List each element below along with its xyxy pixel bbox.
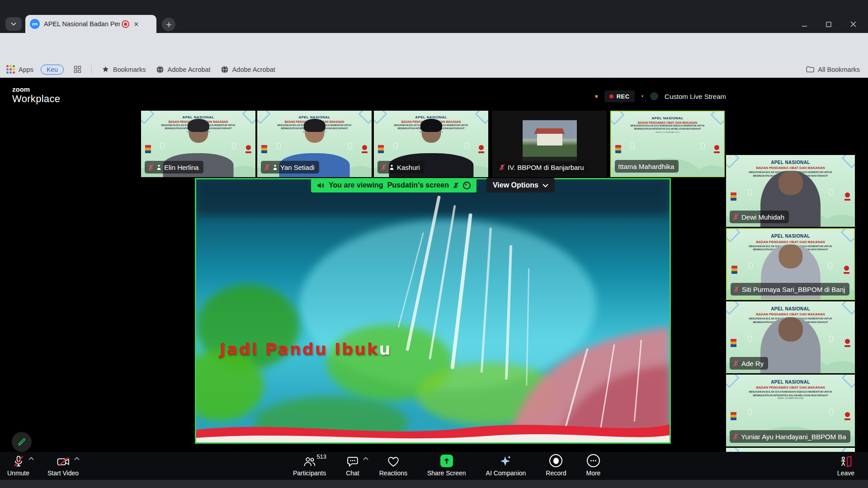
bookmarks-divider bbox=[91, 65, 92, 74]
star-filled-icon bbox=[102, 66, 109, 73]
you-are-viewing-pill: You are viewing Pusdatin's screen bbox=[311, 178, 476, 192]
video-tile-ittama-mahardhika[interactable]: APEL NASIONALBADAN PENGAWAS OBAT DAN MAK… bbox=[610, 111, 725, 177]
share-screen-button[interactable]: Share Screen bbox=[427, 455, 466, 477]
unmute-button[interactable]: Unmute bbox=[7, 455, 29, 477]
chat-options-chevron[interactable] bbox=[363, 457, 368, 460]
globe-icon bbox=[221, 66, 229, 74]
participants-button[interactable]: 513 Participants bbox=[293, 455, 326, 477]
spotlight-icon bbox=[156, 164, 161, 170]
apps-shortcut[interactable]: Apps bbox=[6, 65, 33, 74]
meeting-topbar-right: REC Custom Live Stream bbox=[595, 89, 726, 103]
view-options-button[interactable]: View Options bbox=[486, 178, 555, 192]
muted-mic-icon bbox=[264, 164, 270, 171]
reactions-button[interactable]: Reactions bbox=[379, 455, 407, 477]
video-tile-dewi-muhidah[interactable]: APEL NASIONALBADAN PENGAWAS OBAT DAN MAK… bbox=[726, 155, 855, 227]
window-controls bbox=[792, 15, 865, 33]
video-options-chevron[interactable] bbox=[74, 457, 80, 460]
shared-video-frame bbox=[196, 179, 670, 442]
globe-icon bbox=[156, 66, 164, 74]
muted-mic-icon bbox=[733, 214, 739, 221]
close-icon bbox=[134, 22, 139, 27]
bookmark-label: Adobe Acrobat bbox=[168, 66, 211, 73]
security-warning-icon[interactable] bbox=[595, 91, 598, 102]
muted-mic-icon bbox=[733, 360, 739, 367]
participants-count: 513 bbox=[316, 453, 326, 460]
muted-mic-icon bbox=[381, 164, 387, 171]
screen-share-banner: You are viewing Pusdatin's screen View O… bbox=[311, 178, 555, 192]
grid-view-icon[interactable] bbox=[74, 66, 81, 73]
start-video-label: Start Video bbox=[47, 469, 79, 477]
participant-name-label: Yuniar Ayu Handayani_BBPOM Ba... bbox=[730, 430, 850, 443]
chat-label: Chat bbox=[346, 469, 359, 477]
participant-name-label: Kashuri bbox=[377, 161, 425, 174]
muted-mic-icon bbox=[148, 164, 154, 171]
bookmark-item-acrobat-2[interactable]: Adobe Acrobat bbox=[221, 66, 275, 74]
sharer-muted-mic-icon bbox=[453, 182, 459, 189]
recording-indicator: REC bbox=[604, 90, 635, 102]
bookmark-item-bookmarks[interactable]: Bookmarks bbox=[102, 66, 146, 73]
share-screen-label: Share Screen bbox=[427, 469, 466, 477]
participant-name-label: Ittama Mahardhika bbox=[615, 160, 679, 173]
record-button[interactable]: Record bbox=[546, 455, 566, 477]
meeting-toolbar: Unmute Start Video 513 Participants bbox=[0, 452, 868, 480]
speaker-icon bbox=[317, 182, 325, 189]
chevron-down-icon bbox=[11, 22, 16, 26]
bookmark-item-acrobat-1[interactable]: Adobe Acrobat bbox=[156, 66, 211, 74]
record-label: Record bbox=[546, 469, 566, 477]
live-stream-label: Custom Live Stream bbox=[665, 93, 726, 100]
rec-label: REC bbox=[617, 93, 630, 100]
ai-sparkle-icon[interactable] bbox=[641, 92, 644, 101]
rec-dot-icon bbox=[609, 94, 613, 99]
bookmark-label: Adobe Acrobat bbox=[232, 66, 275, 73]
chevron-down-icon bbox=[542, 183, 548, 188]
ai-companion-button[interactable]: AI Companion bbox=[486, 455, 526, 477]
ai-companion-icon bbox=[500, 455, 512, 467]
muted-mic-icon bbox=[13, 455, 24, 467]
share-recording-icon bbox=[463, 182, 471, 189]
participant-name-label: Elin Herlina bbox=[145, 161, 203, 174]
participant-name-label: IV. BBPOM di Banjarbaru bbox=[496, 161, 589, 174]
video-tile-bbpom-banjarbaru[interactable]: IV. BBPOM di Banjarbaru bbox=[492, 111, 607, 177]
browser-tab[interactable]: zm APEL Nasional Badan Penga bbox=[25, 15, 156, 33]
shared-screen-name: Pusdatin's screen bbox=[387, 181, 449, 189]
participants-icon bbox=[303, 456, 316, 467]
chat-icon bbox=[347, 456, 359, 467]
all-bookmarks-label: All Bookmarks bbox=[818, 66, 860, 73]
tab-search-button[interactable] bbox=[5, 17, 22, 31]
video-tile-yan-setiadi[interactable]: APEL NASIONALBADAN PENGAWAS OBAT DAN MAK… bbox=[257, 111, 372, 177]
annotate-button[interactable] bbox=[12, 432, 32, 452]
tab-recording-icon bbox=[122, 20, 129, 28]
leave-button[interactable]: Leave bbox=[837, 455, 854, 477]
tab-group-chip[interactable]: Keu bbox=[41, 65, 64, 75]
viewing-prefix: You are viewing bbox=[329, 181, 383, 189]
chat-button[interactable]: Chat bbox=[346, 455, 359, 477]
karaoke-caption: Jadi Pandu Ibuku bbox=[220, 340, 392, 358]
video-tile-siti-purmaya-sari[interactable]: APEL NASIONALBADAN PENGAWAS OBAT DAN MAK… bbox=[726, 228, 855, 300]
more-icon bbox=[587, 454, 600, 467]
window-close-button[interactable] bbox=[841, 15, 865, 33]
tab-group-label: Keu bbox=[41, 65, 64, 75]
apps-label: Apps bbox=[19, 66, 33, 73]
tab-close-button[interactable] bbox=[134, 22, 139, 27]
zoom-favicon: zm bbox=[30, 19, 40, 29]
tab-title: APEL Nasional Badan Penga bbox=[44, 20, 120, 28]
all-bookmarks-button[interactable]: All Bookmarks bbox=[806, 61, 860, 78]
window-maximize-button[interactable] bbox=[816, 15, 841, 33]
more-button[interactable]: More bbox=[586, 455, 600, 477]
video-tile-elin-herlina[interactable]: APEL NASIONALBADAN PENGAWAS OBAT DAN MAK… bbox=[141, 111, 255, 177]
window-minimize-button[interactable] bbox=[792, 15, 816, 33]
audio-options-chevron[interactable] bbox=[28, 457, 34, 460]
video-tile-ade-ry[interactable]: APEL NASIONALBADAN PENGAWAS OBAT DAN MAK… bbox=[726, 301, 855, 373]
video-tile-yuniar-ayu[interactable]: APEL NASIONALBADAN PENGAWAS OBAT DAN MAK… bbox=[726, 375, 855, 446]
video-tile-kashuri[interactable]: APEL NASIONALBADAN PENGAWAS OBAT DAN MAK… bbox=[374, 111, 488, 177]
spotlight-icon bbox=[273, 164, 278, 170]
new-tab-button[interactable] bbox=[162, 18, 175, 31]
start-video-button[interactable]: Start Video bbox=[47, 455, 79, 477]
participant-name-label: Ade Ry bbox=[730, 357, 768, 370]
participants-label: Participants bbox=[293, 469, 326, 477]
muted-mic-icon bbox=[733, 433, 738, 440]
browser-titlebar: zm APEL Nasional Badan Penga bbox=[0, 0, 868, 33]
camera-off-icon bbox=[57, 456, 70, 467]
shared-screen-view: Jadi Pandu Ibuku bbox=[195, 178, 671, 444]
pencil-icon bbox=[17, 437, 26, 446]
